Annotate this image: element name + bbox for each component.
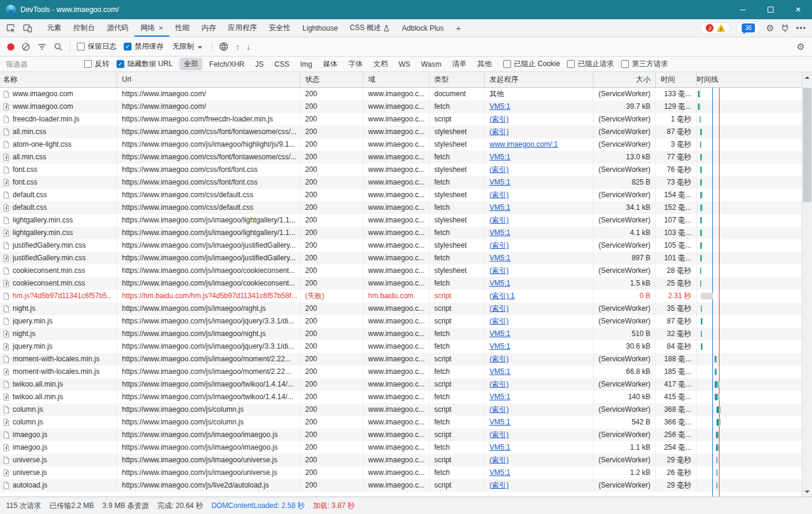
initiator-link[interactable]: VM5:1 xyxy=(489,279,511,287)
initiator-link[interactable]: (索引) xyxy=(489,481,509,489)
filter-type-WS[interactable]: WS xyxy=(395,59,414,70)
table-row[interactable]: font.css https://www.imaegoo.com/css/fon… xyxy=(0,164,812,176)
table-row[interactable]: imaegoo.js https://www.imaegoo.com/js/im… xyxy=(0,441,812,454)
filter-input[interactable] xyxy=(6,60,77,69)
initiator-link[interactable]: VM5:1 xyxy=(489,329,511,338)
clear-icon[interactable] xyxy=(21,42,31,52)
filter-icon[interactable] xyxy=(37,42,47,52)
filter-type-Wasm[interactable]: Wasm xyxy=(417,59,446,70)
column-header-发起程序[interactable]: 发起程序 xyxy=(485,72,593,87)
table-row[interactable]: font.css https://www.imaegoo.com/css/fon… xyxy=(0,176,812,189)
table-row[interactable]: autoload.js https://www.imaegoo.com/js/l… xyxy=(0,479,812,492)
tab-内存[interactable]: 内存 xyxy=(196,19,222,37)
tab-安全性[interactable]: 安全性 xyxy=(263,19,297,37)
checkbox-反转[interactable]: 反转 xyxy=(84,59,109,69)
table-row[interactable]: all.min.css https://www.imaegoo.com/css/… xyxy=(0,151,812,164)
more-tabs-button[interactable]: + xyxy=(450,23,467,33)
initiator-link[interactable]: (索引) xyxy=(489,165,509,174)
initiator-link[interactable]: (索引) xyxy=(489,380,509,388)
initiator-link[interactable]: (索引) xyxy=(489,355,509,363)
table-row[interactable]: night.js https://www.imaegoo.com/js/imae… xyxy=(0,328,812,340)
filter-type-媒体[interactable]: 媒体 xyxy=(319,58,342,70)
column-header-域[interactable]: 域 xyxy=(363,72,429,87)
table-row[interactable]: column.js https://www.imaegoo.com/js/col… xyxy=(0,403,812,416)
initiator-link[interactable]: (索引) xyxy=(489,317,509,325)
initiator-link[interactable]: VM5:1 xyxy=(489,228,511,237)
tab-元素[interactable]: 元素 xyxy=(41,19,67,37)
initiator-link[interactable]: VM5:1 xyxy=(489,393,511,401)
inspect-element-icon[interactable] xyxy=(2,19,19,37)
filter-type-文档[interactable]: 文档 xyxy=(369,58,392,70)
initiator-link[interactable]: VM5:1 xyxy=(489,367,511,376)
table-row[interactable]: default.css https://www.imaegoo.com/css/… xyxy=(0,201,812,214)
checkbox-保留日志[interactable]: 保留日志 xyxy=(77,41,117,52)
filter-type-CSS[interactable]: CSS xyxy=(270,59,294,70)
export-har-icon[interactable] xyxy=(246,42,250,52)
table-row[interactable]: www.imaegoo.com https://www.imaegoo.com/… xyxy=(0,100,812,113)
tab-应用程序[interactable]: 应用程序 xyxy=(222,19,263,37)
column-header-类型[interactable]: 类型 xyxy=(429,72,485,87)
initiator-link[interactable]: VM5:1 xyxy=(489,102,511,111)
issues-counter[interactable]: 36 xyxy=(736,22,760,34)
column-header-时间[interactable]: 时间 xyxy=(656,72,697,87)
table-row[interactable]: jquery.min.js https://www.imaegoo.com/js… xyxy=(0,340,812,353)
settings-gear-icon[interactable] xyxy=(766,23,774,34)
table-row[interactable]: justifiedGallery.min.css https://www.ima… xyxy=(0,239,812,252)
tab-性能[interactable]: 性能 xyxy=(169,19,196,37)
device-toolbar-icon[interactable] xyxy=(19,19,36,37)
scroll-up-button[interactable] xyxy=(802,72,812,82)
table-row[interactable]: freecdn-loader.min.js https://www.imaego… xyxy=(0,113,812,126)
throttling-dropdown[interactable]: 无限制 xyxy=(170,40,205,53)
plug-icon[interactable] xyxy=(780,23,790,33)
initiator-link[interactable]: (索引) xyxy=(489,304,509,313)
tab-网络[interactable]: 网络 xyxy=(135,19,169,37)
import-har-icon[interactable] xyxy=(235,42,240,52)
scroll-down-button[interactable] xyxy=(802,486,812,497)
close-tab-icon[interactable] xyxy=(159,23,163,32)
initiator-link[interactable]: (索引) xyxy=(489,266,509,275)
initiator-link[interactable]: VM5:1 xyxy=(489,443,511,451)
initiator-link[interactable]: VM5:1 xyxy=(489,468,511,477)
initiator-link[interactable]: (索引) xyxy=(489,127,509,136)
table-row[interactable]: imaegoo.js https://www.imaegoo.com/js/im… xyxy=(0,429,812,441)
minimize-button[interactable] xyxy=(729,0,757,19)
table-row[interactable]: twikoo.all.min.js https://www.imaegoo.co… xyxy=(0,391,812,403)
table-row[interactable]: hm.js?4d5b97d11341c6f57b5... https://hm.… xyxy=(0,290,812,302)
tab-控制台[interactable]: 控制台 xyxy=(67,19,101,37)
column-header-大小[interactable]: 大小 xyxy=(593,72,656,87)
checkbox-隐藏数据 URL[interactable]: 隐藏数据 URL xyxy=(117,59,172,69)
checkbox-已阻止 Cookie[interactable]: 已阻止 Cookie xyxy=(503,59,560,69)
network-settings-gear-icon[interactable] xyxy=(797,41,805,52)
tab-Adblock Plus[interactable]: Adblock Plus xyxy=(396,19,449,37)
initiator-link[interactable]: (索引) xyxy=(489,216,509,224)
record-network-log-button[interactable] xyxy=(7,43,14,50)
initiator-link[interactable]: VM5:1 xyxy=(489,203,511,212)
initiator-link[interactable]: VM5:1 xyxy=(489,418,511,426)
initiator-link[interactable]: VM5:1 xyxy=(489,342,511,350)
initiator-link[interactable]: (索引) xyxy=(489,430,509,439)
tab-源代码[interactable]: 源代码 xyxy=(101,19,135,37)
table-row[interactable]: moment-with-locales.min.js https://www.i… xyxy=(0,366,812,378)
initiator-link[interactable]: VM5:1 xyxy=(489,178,511,186)
filter-type-其他[interactable]: 其他 xyxy=(473,58,496,70)
close-button[interactable] xyxy=(784,0,812,19)
table-row[interactable]: twikoo.all.min.js https://www.imaegoo.co… xyxy=(0,378,812,391)
search-icon[interactable] xyxy=(53,42,63,52)
initiator-link[interactable]: (索引) xyxy=(489,405,509,414)
initiator-link[interactable]: (索引) xyxy=(489,191,509,199)
table-row[interactable]: column.js https://www.imaegoo.com/js/col… xyxy=(0,416,812,429)
checkbox-第三方请求[interactable]: 第三方请求 xyxy=(621,59,668,69)
filter-type-全部[interactable]: 全部 xyxy=(180,58,202,70)
filter-type-Fetch/XHR[interactable]: Fetch/XHR xyxy=(205,59,249,70)
table-row[interactable]: justifiedGallery.min.css https://www.ima… xyxy=(0,252,812,265)
checkbox-禁用缓存[interactable]: 禁用缓存 xyxy=(124,41,163,52)
initiator-link[interactable]: VM5:1 xyxy=(489,254,511,262)
column-header-名称[interactable]: 名称 xyxy=(0,72,117,87)
tab-Lighthouse[interactable]: Lighthouse xyxy=(297,19,344,37)
filter-type-Img[interactable]: Img xyxy=(296,59,317,70)
table-row[interactable]: night.js https://www.imaegoo.com/js/imae… xyxy=(0,302,812,315)
scrollbar-thumb[interactable] xyxy=(803,88,811,202)
table-row[interactable]: universe.js https://www.imaegoo.com/js/i… xyxy=(0,467,812,479)
table-row[interactable]: moment-with-locales.min.js https://www.i… xyxy=(0,353,812,366)
more-options-icon[interactable] xyxy=(796,22,806,34)
